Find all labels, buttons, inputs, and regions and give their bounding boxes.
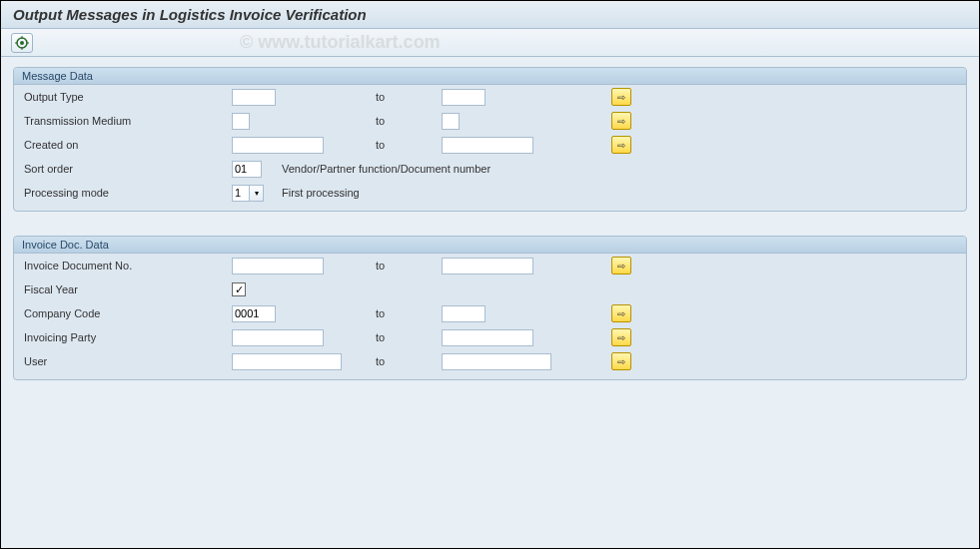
- inv-party-from[interactable]: [232, 329, 324, 346]
- user-label: User: [22, 355, 232, 367]
- proc-mode-input[interactable]: [232, 185, 250, 202]
- sort-order-row: Sort order Vendor/Partner function/Docum…: [14, 157, 966, 181]
- execute-icon: [15, 36, 29, 50]
- company-code-label: Company Code: [22, 307, 232, 319]
- title-bar: Output Messages in Logistics Invoice Ver…: [1, 1, 979, 29]
- to-label: to: [372, 115, 442, 127]
- sort-order-input[interactable]: [232, 161, 262, 178]
- trans-medium-multi-button[interactable]: ⇨: [611, 112, 631, 130]
- doc-no-label: Invoice Document No.: [22, 260, 232, 272]
- user-multi-button[interactable]: ⇨: [611, 352, 631, 370]
- inv-party-label: Invoicing Party: [22, 331, 232, 343]
- inv-party-to[interactable]: [442, 329, 533, 346]
- page-title: Output Messages in Logistics Invoice Ver…: [13, 6, 367, 23]
- proc-mode-label: Processing mode: [22, 187, 232, 199]
- created-on-row: Created on to ⇨: [14, 133, 966, 157]
- arrow-right-icon: ⇨: [617, 261, 625, 272]
- company-code-row: Company Code to ⇨: [14, 301, 966, 325]
- to-label: to: [372, 355, 442, 367]
- arrow-right-icon: ⇨: [617, 140, 625, 151]
- trans-medium-row: Transmission Medium to ⇨: [14, 109, 966, 133]
- check-icon: ✓: [235, 283, 244, 296]
- created-on-multi-button[interactable]: ⇨: [611, 136, 631, 154]
- fiscal-year-checkbox[interactable]: ✓: [232, 282, 246, 296]
- proc-mode-desc: First processing: [282, 187, 360, 199]
- user-to[interactable]: [442, 353, 551, 370]
- doc-no-row: Invoice Document No. to ⇨: [14, 254, 966, 277]
- to-label: to: [372, 260, 442, 272]
- toolbar: [1, 29, 979, 57]
- company-code-to[interactable]: [442, 305, 486, 322]
- output-type-multi-button[interactable]: ⇨: [611, 88, 631, 106]
- inv-party-row: Invoicing Party to ⇨: [14, 325, 966, 349]
- to-label: to: [372, 331, 442, 343]
- sort-order-desc: Vendor/Partner function/Document number: [282, 163, 490, 175]
- to-label: to: [372, 139, 442, 151]
- invoice-data-title: Invoice Doc. Data: [14, 237, 966, 254]
- arrow-right-icon: ⇨: [617, 356, 625, 367]
- created-on-to[interactable]: [442, 137, 533, 154]
- user-row: User to ⇨: [14, 349, 966, 373]
- company-code-from[interactable]: [232, 305, 276, 322]
- main-area: Message Data Output Type to ⇨ Transmissi…: [1, 57, 979, 549]
- trans-medium-label: Transmission Medium: [22, 115, 232, 127]
- to-label: to: [372, 307, 442, 319]
- output-type-from[interactable]: [232, 89, 276, 106]
- trans-medium-from[interactable]: [232, 113, 250, 130]
- doc-no-to[interactable]: [442, 258, 533, 274]
- arrow-right-icon: ⇨: [617, 92, 625, 103]
- company-code-multi-button[interactable]: ⇨: [611, 304, 631, 322]
- fiscal-year-label: Fiscal Year: [22, 283, 232, 295]
- sort-order-label: Sort order: [22, 163, 232, 175]
- inv-party-multi-button[interactable]: ⇨: [611, 328, 631, 346]
- to-label: to: [372, 91, 442, 103]
- svg-point-1: [20, 41, 24, 45]
- created-on-label: Created on: [22, 139, 232, 151]
- output-type-to[interactable]: [442, 89, 486, 106]
- trans-medium-to[interactable]: [442, 113, 460, 130]
- fiscal-year-row: Fiscal Year ✓: [14, 277, 966, 301]
- message-data-title: Message Data: [14, 68, 966, 85]
- arrow-right-icon: ⇨: [617, 116, 625, 127]
- message-data-group: Message Data Output Type to ⇨ Transmissi…: [13, 67, 967, 212]
- user-from[interactable]: [232, 353, 342, 370]
- proc-mode-search-help[interactable]: ▾: [250, 185, 264, 202]
- execute-button[interactable]: [11, 33, 33, 53]
- doc-no-from[interactable]: [232, 258, 324, 274]
- doc-no-multi-button[interactable]: ⇨: [611, 257, 631, 274]
- arrow-right-icon: ⇨: [617, 308, 625, 319]
- arrow-right-icon: ⇨: [617, 332, 625, 343]
- created-on-from[interactable]: [232, 137, 324, 154]
- output-type-row: Output Type to ⇨: [14, 85, 966, 109]
- invoice-data-group: Invoice Doc. Data Invoice Document No. t…: [13, 236, 967, 380]
- output-type-label: Output Type: [22, 91, 232, 103]
- proc-mode-row: Processing mode ▾ First processing: [14, 181, 966, 205]
